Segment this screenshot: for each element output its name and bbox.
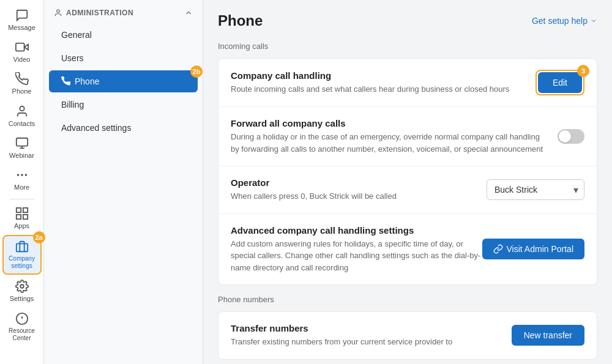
sidebar: Message Video Phone Contacts Webinar Mor… [0,0,44,364]
chevron-down-icon [590,17,597,24]
resource-icon [15,312,29,325]
sidebar-item-more[interactable]: More [2,165,42,195]
svg-rect-12 [23,215,27,219]
transfer-numbers-desc: Transfer existing numbers from your curr… [231,336,452,348]
forward-all-title: Forward all company calls [231,118,549,128]
svg-point-14 [20,285,24,289]
incoming-calls-card: Company call handling Route incoming cal… [218,58,597,285]
operator-select-wrapper: Buck Strick ▾ [487,179,584,200]
company-icon [15,240,29,253]
company-call-handling-info: Company call handling Route incoming cal… [231,70,509,95]
sidebar-item-apps[interactable]: Apps [2,203,42,234]
forward-all-row: Forward all company calls During a holid… [218,107,597,166]
admin-user-icon [54,9,62,17]
svg-rect-11 [16,215,20,219]
gear-icon [15,280,29,293]
apps-icon [15,207,29,220]
operator-select[interactable]: Buck Strick [487,179,584,200]
transfer-numbers-row: Transfer numbers Transfer existing numbe… [218,312,597,359]
setup-help-link[interactable]: Get setup help [532,16,597,26]
admin-nav-billing[interactable]: Billing [49,94,198,116]
sidebar-label-webinar: Webinar [9,152,34,160]
admin-nav-phone[interactable]: Phone 2b [49,70,198,92]
badge-3: 3 [577,65,589,77]
company-call-handling-desc: Route incoming calls and set what caller… [231,83,509,95]
svg-point-8 [24,174,27,176]
edit-button-wrapper: 3 Edit [536,70,584,95]
company-call-handling-title: Company call handling [231,70,509,81]
message-icon [15,9,29,22]
admin-header: Administration [44,0,203,23]
new-transfer-button[interactable]: New transfer [512,325,584,346]
phone-nav-icon [61,76,71,86]
admin-panel: Administration General Users Phone 2b Bi… [44,0,203,364]
sidebar-item-contacts[interactable]: Contacts [2,101,42,132]
forward-all-info: Forward all company calls During a holid… [231,118,549,155]
transfer-numbers-title: Transfer numbers [231,323,452,333]
badge-2a: 2a [33,231,45,243]
sidebar-item-company[interactable]: 2a Company settings [2,235,42,275]
svg-rect-10 [23,208,27,212]
edit-button[interactable]: Edit [538,72,582,93]
page-title: Phone [218,12,263,29]
operator-title: Operator [231,177,397,188]
sidebar-divider [10,199,34,199]
incoming-calls-label: Incoming calls [218,42,597,51]
sidebar-label-phone: Phone [12,87,32,95]
sidebar-item-resource[interactable]: Resource Center [2,308,42,346]
sidebar-item-webinar[interactable]: Webinar [2,133,42,163]
phone-numbers-label: Phone numbers [218,295,597,304]
advanced-call-row: Advanced company call handling settings … [218,214,597,285]
sidebar-item-message[interactable]: Message [2,5,42,35]
admin-nav-general[interactable]: General [49,24,198,46]
svg-rect-9 [16,208,20,212]
svg-point-6 [17,174,19,176]
sidebar-label-resource: Resource Center [5,327,39,342]
chevron-up-icon[interactable] [184,9,193,17]
forward-all-desc: During a holiday or in the case of an em… [231,131,549,155]
admin-nav-users[interactable]: Users [49,47,198,69]
svg-rect-13 [16,244,27,252]
sidebar-item-phone[interactable]: Phone [2,69,42,99]
svg-rect-1 [15,43,24,51]
more-icon [15,168,29,182]
operator-info: Operator When callers press 0, Buck Stri… [231,177,397,202]
sidebar-item-settings[interactable]: Settings [2,276,42,306]
advanced-call-info: Advanced company call handling settings … [231,225,482,274]
main-content: Phone Get setup help Incoming calls Comp… [203,0,612,364]
contacts-icon [15,105,29,118]
sidebar-label-contacts: Contacts [9,120,35,128]
badge-2b: 2b [190,65,203,78]
operator-row: Operator When callers press 0, Buck Stri… [218,166,597,214]
advanced-call-title: Advanced company call handling settings [231,225,482,236]
transfer-numbers-info: Transfer numbers Transfer existing numbe… [231,323,452,348]
sidebar-label-settings: Settings [10,295,34,303]
sidebar-item-video[interactable]: Video [2,37,42,67]
sidebar-label-video: Video [13,56,31,64]
admin-nav-advanced[interactable]: Advanced settings [49,117,198,139]
link-icon [493,244,503,254]
phone-numbers-card: Transfer numbers Transfer existing numbe… [218,311,597,360]
advanced-call-desc: Add custom answering rules for holidays,… [231,238,482,274]
visit-admin-portal-button[interactable]: Visit Admin Portal [482,239,584,259]
svg-point-2 [20,106,24,110]
sidebar-label-more: More [14,184,29,191]
video-icon [15,40,29,54]
company-call-handling-row: Company call handling Route incoming cal… [218,59,597,107]
main-header: Phone Get setup help [218,12,597,29]
admin-header-label: Administration [66,9,133,17]
svg-point-18 [57,10,60,13]
sidebar-label-message: Message [8,24,35,32]
operator-desc: When callers press 0, Buck Strick will b… [231,190,397,202]
sidebar-label-apps: Apps [14,222,29,230]
forward-all-toggle[interactable] [558,129,584,144]
svg-rect-3 [16,138,27,146]
svg-marker-0 [24,45,28,50]
svg-point-7 [21,174,23,176]
webinar-icon [15,136,29,150]
sidebar-label-company: Company settings [6,255,38,270]
phone-icon [15,72,29,86]
